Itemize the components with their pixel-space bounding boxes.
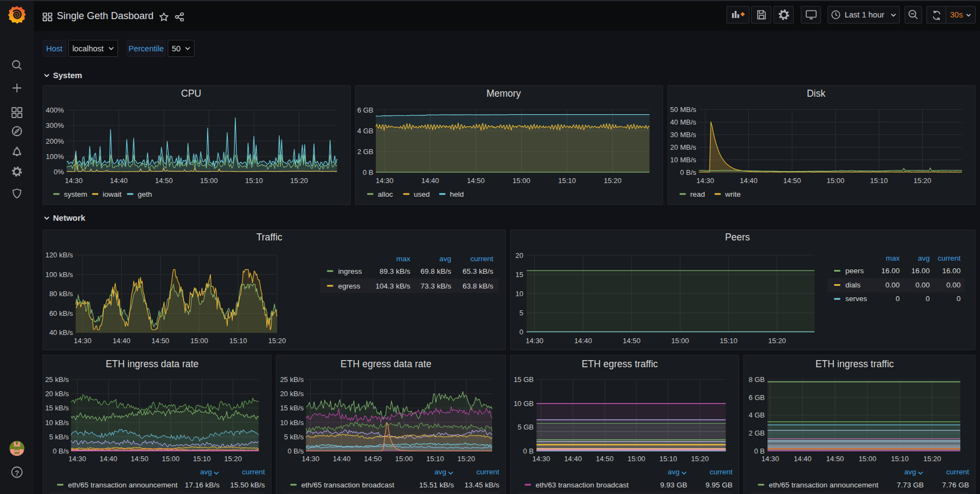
svg-text:14:50: 14:50 xyxy=(623,337,641,345)
svg-text:15 kB/s: 15 kB/s xyxy=(280,404,304,412)
svg-text:14:50: 14:50 xyxy=(131,455,149,463)
svg-text:120 kB/s: 120 kB/s xyxy=(45,251,73,259)
svg-text:current: current xyxy=(242,468,265,476)
svg-text:0 B/s: 0 B/s xyxy=(52,447,69,455)
svg-text:14:40: 14:40 xyxy=(333,455,351,463)
svg-text:7.73 GB: 7.73 GB xyxy=(896,481,924,489)
svg-text:14:40: 14:40 xyxy=(110,177,128,185)
svg-text:0 B/s: 0 B/s xyxy=(680,168,696,177)
svg-text:15:10: 15:10 xyxy=(720,337,738,345)
svg-text:40 MB/s: 40 MB/s xyxy=(670,118,696,126)
svg-text:0 B: 0 B xyxy=(754,447,765,455)
svg-text:14:50: 14:50 xyxy=(826,455,844,463)
svg-text:14:30: 14:30 xyxy=(65,177,83,185)
svg-text:0: 0 xyxy=(895,295,900,303)
svg-text:eth/63 transaction broadcast: eth/63 transaction broadcast xyxy=(536,481,629,489)
svg-text:dials: dials xyxy=(845,281,860,289)
svg-text:15:10: 15:10 xyxy=(229,337,247,345)
svg-text:0.00: 0.00 xyxy=(916,281,930,289)
svg-text:400%: 400% xyxy=(46,106,64,114)
svg-text:5 GB: 5 GB xyxy=(517,423,534,431)
svg-text:0.00: 0.00 xyxy=(885,281,900,289)
svg-text:15:00: 15:00 xyxy=(859,455,877,463)
svg-text:egress: egress xyxy=(338,282,361,290)
svg-text:0 B: 0 B xyxy=(363,168,374,177)
svg-text:15:20: 15:20 xyxy=(691,455,709,463)
svg-text:10 GB: 10 GB xyxy=(513,399,534,408)
svg-text:15:20: 15:20 xyxy=(923,455,941,463)
svg-text:13.45 kB/s: 13.45 kB/s xyxy=(464,481,499,489)
svg-text:eth/65 transaction broadcast: eth/65 transaction broadcast xyxy=(302,481,395,489)
svg-text:0: 0 xyxy=(925,295,930,303)
svg-text:89.3 kB/s: 89.3 kB/s xyxy=(380,267,411,275)
svg-text:max: max xyxy=(885,254,900,262)
svg-text:60 kB/s: 60 kB/s xyxy=(49,309,73,317)
svg-text:Traffic: Traffic xyxy=(256,232,282,243)
svg-text:14:40: 14:40 xyxy=(794,455,812,463)
svg-text:0.00: 0.00 xyxy=(946,281,960,289)
svg-text:16.00: 16.00 xyxy=(881,267,900,275)
svg-text:serves: serves xyxy=(845,295,867,303)
svg-text:14:30: 14:30 xyxy=(526,337,544,345)
svg-text:14:50: 14:50 xyxy=(783,177,801,185)
svg-text:15:10: 15:10 xyxy=(426,455,444,463)
svg-text:15:00: 15:00 xyxy=(628,455,646,463)
svg-text:14:40: 14:40 xyxy=(574,337,592,345)
svg-text:15.50 kB/s: 15.50 kB/s xyxy=(230,481,265,489)
svg-text:20 kB/s: 20 kB/s xyxy=(45,390,69,398)
svg-text:14:30: 14:30 xyxy=(761,455,780,463)
svg-text:15:10: 15:10 xyxy=(245,177,263,185)
svg-text:14:50: 14:50 xyxy=(364,455,382,463)
svg-text:15:20: 15:20 xyxy=(268,337,286,345)
svg-text:15:00: 15:00 xyxy=(162,455,180,463)
svg-text:6 GB: 6 GB xyxy=(357,106,374,114)
svg-text:14:50: 14:50 xyxy=(596,455,614,463)
svg-text:15:00: 15:00 xyxy=(826,177,845,185)
svg-text:write: write xyxy=(725,190,741,198)
svg-text:15 GB: 15 GB xyxy=(513,375,534,384)
svg-text:4 GB: 4 GB xyxy=(748,411,765,419)
svg-text:73.3 kB/s: 73.3 kB/s xyxy=(421,282,452,290)
svg-text:held: held xyxy=(450,190,464,198)
svg-text:15:00: 15:00 xyxy=(200,177,218,185)
svg-text:10 MB/s: 10 MB/s xyxy=(670,156,696,164)
svg-text:7.76 GB: 7.76 GB xyxy=(942,481,969,489)
svg-text:9.93 GB: 9.93 GB xyxy=(660,481,687,489)
svg-text:14:30: 14:30 xyxy=(68,455,86,463)
svg-text:?: ? xyxy=(15,469,19,477)
svg-text:9.95 GB: 9.95 GB xyxy=(705,481,733,489)
svg-text:avg: avg xyxy=(904,468,916,476)
svg-text:5 kB/s: 5 kB/s xyxy=(284,433,304,441)
svg-text:0: 0 xyxy=(519,328,523,336)
svg-text:read: read xyxy=(690,190,705,198)
svg-text:0%: 0% xyxy=(54,168,64,176)
svg-text:15:00: 15:00 xyxy=(191,337,209,345)
svg-text:15:10: 15:10 xyxy=(891,455,909,463)
svg-text:16.00: 16.00 xyxy=(942,267,961,275)
svg-text:avg: avg xyxy=(200,468,212,476)
svg-text:15.51 kB/s: 15.51 kB/s xyxy=(419,481,454,489)
svg-text:8 GB: 8 GB xyxy=(748,375,765,384)
svg-text:avg: avg xyxy=(918,254,930,262)
svg-text:200%: 200% xyxy=(46,137,64,145)
svg-text:15:20: 15:20 xyxy=(457,455,475,463)
svg-text:ETH ingress traffic: ETH ingress traffic xyxy=(816,358,894,369)
svg-text:14:30: 14:30 xyxy=(376,177,394,185)
svg-text:80 kB/s: 80 kB/s xyxy=(49,290,73,298)
svg-text:63.8 kB/s: 63.8 kB/s xyxy=(463,282,494,290)
svg-text:20 MB/s: 20 MB/s xyxy=(670,143,696,151)
svg-text:0 B: 0 B xyxy=(523,447,534,455)
svg-text:eth/65 transaction announcemen: eth/65 transaction announcement xyxy=(68,481,178,489)
svg-text:iowait: iowait xyxy=(103,190,122,198)
svg-text:eth/65 transaction announcemen: eth/65 transaction announcement xyxy=(769,481,879,489)
svg-text:system: system xyxy=(64,190,87,198)
svg-text:15:20: 15:20 xyxy=(604,177,622,185)
svg-text:2 GB: 2 GB xyxy=(748,429,765,437)
svg-text:20: 20 xyxy=(516,251,523,260)
svg-text:Disk: Disk xyxy=(807,88,825,99)
svg-text:6 GB: 6 GB xyxy=(748,393,765,402)
svg-text:10 kB/s: 10 kB/s xyxy=(280,419,304,427)
svg-text:Memory: Memory xyxy=(486,88,521,99)
svg-text:14:40: 14:40 xyxy=(113,337,131,345)
svg-text:30 MB/s: 30 MB/s xyxy=(670,131,696,139)
